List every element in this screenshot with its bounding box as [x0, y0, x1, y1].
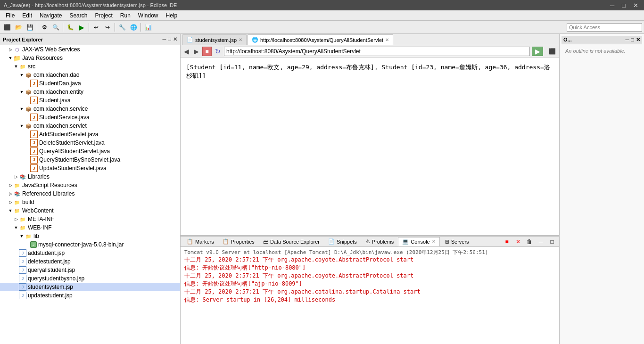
tree-src[interactable]: ▼ 📁 src — [0, 62, 180, 71]
tab-servers[interactable]: 🖥 Servers — [440, 237, 473, 246]
tab-studentsystem-jsp[interactable]: 📄 studentsystem.jsp ✕ — [182, 34, 247, 45]
stop-button[interactable]: ■ — [202, 47, 212, 56]
tree-label: META-INF — [28, 216, 54, 222]
tab-problems-label: Problems — [372, 239, 394, 245]
tree-lib[interactable]: ▼ 📁 lib — [0, 232, 180, 240]
tree-jax-ws[interactable]: ▷ ⬡ JAX-WS Web Services — [0, 45, 180, 54]
forward-button[interactable]: ▶ — [192, 48, 200, 55]
tree-referenced-libraries[interactable]: ▷ 📚 Referenced Libraries — [0, 189, 180, 198]
tree-querybysno[interactable]: J QueryStudentBySnoServlet.java — [0, 156, 180, 164]
tree-servlet-package[interactable]: ▼ 📦 com.xiaochen.servlet — [0, 122, 180, 130]
tree-webcontent[interactable]: ▼ 📁 WebContent — [0, 206, 180, 215]
tree-mysql-jar[interactable]: J mysql-connector-java-5.0.8-bin.jar — [0, 240, 180, 249]
back-button[interactable]: ◀ — [182, 48, 190, 55]
toolbar-btn-2[interactable]: 📂 — [13, 22, 24, 33]
toolbar-debug[interactable]: 🐛 — [65, 22, 75, 33]
jsp-icon-delete: J — [19, 258, 26, 265]
console-maximize-btn[interactable]: □ — [547, 237, 557, 247]
tree-deleteservlet[interactable]: J DeleteStudentServlet.java — [0, 139, 180, 147]
panel-close-btn[interactable]: ✕ — [173, 36, 177, 42]
quick-access-input[interactable] — [567, 23, 642, 32]
tab-console[interactable]: 💻 Console ✕ — [398, 237, 439, 246]
url-input[interactable] — [224, 47, 530, 56]
panel-minimize-btn[interactable]: ─ — [163, 36, 166, 42]
tree-addservlet[interactable]: J AddStudentServlet.java — [0, 130, 180, 139]
toolbar-btn-9[interactable]: 🌐 — [128, 22, 139, 33]
menu-edit[interactable]: Edit — [18, 11, 36, 20]
tree-studentsystem-jsp[interactable]: J studentsystem.jsp — [0, 283, 180, 291]
tab-close-2[interactable]: ✕ — [385, 37, 389, 42]
menu-search[interactable]: Search — [66, 11, 91, 20]
menu-run[interactable]: Run — [116, 11, 134, 20]
tree-libraries[interactable]: ▷ 📚 Libraries — [0, 172, 180, 181]
toolbar-btn-7[interactable]: ↪ — [102, 22, 113, 33]
toolbar-run[interactable]: ▶ — [76, 22, 87, 33]
tree-queryallservlet[interactable]: J QueryAllStudentServlet.java — [0, 147, 180, 156]
outline-maximize[interactable]: □ — [631, 37, 634, 43]
project-tree[interactable]: ▷ ⬡ JAX-WS Web Services ▼ 📁 Java Resourc… — [0, 45, 180, 344]
tree-updateservlet[interactable]: J UpdateStudentServlet.java — [0, 164, 180, 172]
console-terminate-btn[interactable]: ✕ — [513, 237, 523, 247]
tree-java-resources[interactable]: ▼ 📁 Java Resources — [0, 54, 180, 62]
menu-window[interactable]: Window — [134, 11, 162, 20]
arrow-servlet: ▼ — [19, 123, 25, 128]
maximize-button[interactable]: □ — [620, 2, 627, 9]
tab-datasource[interactable]: 🗃 Data Source Explorer — [259, 237, 324, 246]
tree-studentservice[interactable]: J StudentService.java — [0, 113, 180, 122]
outline-close[interactable]: ✕ — [636, 37, 640, 43]
tree-label: deletestudent.jsp — [28, 258, 71, 265]
tree-student[interactable]: J Student.java — [0, 96, 180, 105]
tree-meta-inf[interactable]: ▷ 📁 META-INF — [0, 215, 180, 223]
toolbar-btn-3[interactable]: 💾 — [25, 22, 35, 33]
tab-datasource-label: Data Source Explorer — [270, 239, 320, 245]
tab-properties[interactable]: 📋 Properties — [218, 237, 259, 246]
console-line-2: 信息: 开始协议处理句柄["http-nio-8080"] — [184, 264, 555, 272]
tree-deletestudent-jsp[interactable]: J deletestudent.jsp — [0, 257, 180, 266]
panel-maximize-btn[interactable]: □ — [168, 36, 171, 42]
console-clear-btn[interactable]: 🗑 — [524, 237, 535, 247]
menu-help[interactable]: Help — [162, 11, 182, 20]
console-tab-close[interactable]: ✕ — [432, 239, 436, 244]
tab-problems[interactable]: ⚠ Problems — [361, 237, 398, 246]
tab-close-1[interactable]: ✕ — [239, 37, 242, 42]
toolbar-btn-4[interactable]: ⚙ — [39, 22, 50, 33]
toolbar-btn-5[interactable]: 🔍 — [50, 22, 61, 33]
console-stop-btn[interactable]: ■ — [502, 237, 512, 247]
tab-snippets[interactable]: 📄 Snippets — [324, 237, 361, 246]
refresh-button[interactable]: ↻ — [214, 48, 222, 55]
browser-ext-button[interactable]: ⬛ — [547, 46, 557, 57]
menu-file[interactable]: File — [2, 11, 18, 20]
tree-updatestudent-jsp[interactable]: J updatestudent.jsp — [0, 291, 180, 300]
tree-dao-package[interactable]: ▼ 📦 com.xiaochen.dao — [0, 71, 180, 79]
minimize-button[interactable]: ─ — [608, 2, 616, 9]
window-title: A_Java(ee) - http://localhost:8080/Asyst… — [4, 2, 177, 8]
tree-service-package[interactable]: ▼ 📦 com.xiaochen.service — [0, 105, 180, 113]
tree-js-resources[interactable]: ▷ 📁 JavaScript Resources — [0, 181, 180, 189]
toolbar-btn-1[interactable]: ⬛ — [2, 22, 12, 33]
tree-querybysno-jsp[interactable]: J querystudentbysno.jsp — [0, 274, 180, 283]
menu-navigate[interactable]: Navigate — [36, 11, 66, 20]
tree-web-inf[interactable]: ▼ 📁 WEB-INF — [0, 223, 180, 232]
lib-icon: 📁 — [25, 232, 32, 240]
outline-minimize[interactable]: ─ — [626, 37, 629, 43]
tree-entity-package[interactable]: ▼ 📦 com.xiaochen.entity — [0, 88, 180, 96]
menu-project[interactable]: Project — [91, 11, 116, 20]
tree-label: AddStudentServlet.java — [39, 131, 98, 138]
tab-icon-2: 🌐 — [252, 37, 258, 43]
tree-build[interactable]: ▷ 📁 build — [0, 198, 180, 206]
tree-queryallstudent-jsp[interactable]: J queryallstudent.jsp — [0, 266, 180, 274]
tab-queryall-active[interactable]: 🌐 http://localhost:8080/Asystem/QueryAll… — [248, 34, 393, 45]
tree-addstudent-jsp[interactable]: J addstudent.jsp — [0, 249, 180, 257]
go-button[interactable]: ▶ — [532, 47, 543, 56]
toolbar-btn-6[interactable]: ↩ — [91, 22, 101, 33]
tree-studentdao[interactable]: J StudentDao.java — [0, 79, 180, 88]
bottom-panel: 📋 Markers 📋 Properties 🗃 Data Source Exp… — [181, 236, 559, 344]
arrow-jax: ▷ — [8, 47, 13, 52]
tab-markers[interactable]: 📋 Markers — [182, 237, 218, 246]
toolbar-btn-8[interactable]: 🔧 — [117, 22, 127, 33]
console-minimize-btn[interactable]: ─ — [536, 237, 546, 247]
java-icon-querysno: J — [30, 156, 38, 164]
close-button[interactable]: ✕ — [631, 2, 640, 9]
jax-icon: ⬡ — [13, 46, 21, 53]
toolbar-btn-10[interactable]: 📊 — [143, 22, 153, 33]
